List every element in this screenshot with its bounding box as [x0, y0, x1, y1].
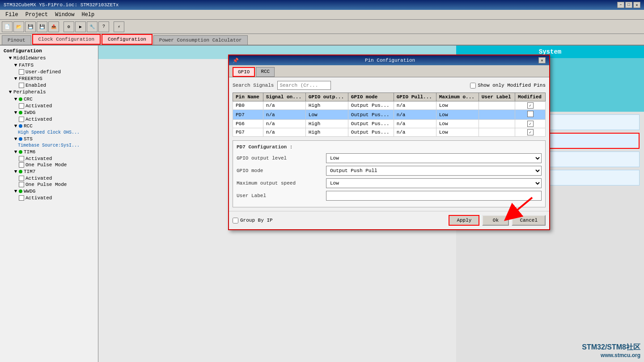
col-gpio-pull[interactable]: GPIO Pull... — [394, 93, 436, 101]
tim7-opm-check[interactable] — [19, 182, 24, 187]
expand-iwdg-icon[interactable]: ▼ — [13, 109, 19, 116]
expand-wwdg-icon[interactable]: ▼ — [13, 188, 19, 194]
sidebar-peripherals[interactable]: ▼ Peripherals — [0, 88, 98, 96]
tool-save[interactable]: 💾 — [25, 21, 36, 32]
iwdg-activated-check[interactable] — [19, 117, 24, 122]
col-user-label[interactable]: User Label — [479, 93, 515, 101]
sidebar-iwdg[interactable]: ▼ IWDG — [0, 109, 98, 116]
max-speed-select[interactable]: Low Medium High — [326, 178, 542, 188]
expand-rcc-icon[interactable]: ▼ — [13, 123, 19, 129]
expand-sts-icon[interactable]: ▼ — [13, 136, 19, 142]
sidebar-freertos[interactable]: ▼ FREERTOS — [0, 75, 98, 82]
sidebar-middlewares[interactable]: ▼ MiddleWares — [0, 55, 98, 62]
sidebar-tim7-activated[interactable]: Activated — [0, 175, 98, 181]
dialog-close-button[interactable]: ✕ — [538, 57, 546, 63]
col-signal[interactable]: Signal on... — [263, 93, 305, 101]
expand-icon[interactable]: ▼ — [7, 55, 13, 61]
maximize-button[interactable]: □ — [625, 2, 632, 8]
iwdg-label: IWDG — [24, 110, 35, 115]
tim7-activated-check[interactable] — [19, 176, 24, 181]
sidebar-crc[interactable]: ▼ CRC — [0, 96, 98, 103]
sidebar-sts-timebase[interactable]: Timebase Source:SysI... — [0, 143, 98, 148]
dialog-title-bar[interactable]: 📌 Pin Configuration ✕ — [229, 55, 549, 65]
menu-project[interactable]: Project — [22, 11, 51, 19]
search-input[interactable] — [277, 81, 331, 90]
dialog-tab-gpio[interactable]: GPIO — [233, 67, 255, 77]
gpio-mode-select[interactable]: Output Push Pull Output Open Drain — [326, 166, 542, 176]
cell-pin-name: PB0 — [233, 101, 263, 110]
sidebar-sts[interactable]: ▼ STS — [0, 135, 98, 143]
tool-extra[interactable]: ⚡ — [114, 21, 124, 32]
modified-check[interactable] — [527, 121, 534, 127]
expand-tim6-icon[interactable]: ▼ — [13, 149, 19, 155]
sidebar-iwdg-activated[interactable]: Activated — [0, 116, 98, 122]
tool-export[interactable]: 📤 — [48, 21, 59, 32]
sidebar-rcc-hsc[interactable]: High Speed Clock OHS... — [0, 130, 98, 135]
sidebar-wwdg-activated[interactable]: Activated — [0, 195, 98, 201]
modified-check[interactable] — [527, 102, 534, 109]
col-gpio-output[interactable]: GPIO outp... — [305, 93, 348, 101]
sidebar-tim6-opm[interactable]: One Pulse Mode — [0, 162, 98, 168]
cell-modified[interactable] — [515, 101, 546, 110]
table-row[interactable]: PD7 n/a Low Output Pus... n/a Low — [233, 110, 546, 120]
cell-modified[interactable] — [515, 128, 546, 137]
tab-pinout[interactable]: Pinout — [2, 35, 31, 45]
table-row[interactable]: PG7 n/a High Output Pus... n/a Low — [233, 128, 546, 137]
expand-tim7-icon[interactable]: ▼ — [13, 168, 19, 175]
tool-debug[interactable]: 🔧 — [87, 21, 97, 32]
sidebar-tim7[interactable]: ▼ TIM7 — [0, 168, 98, 175]
user-label-input[interactable] — [326, 191, 542, 201]
output-level-select[interactable]: Low High — [326, 153, 542, 163]
tool-open[interactable]: 📂 — [13, 21, 24, 32]
user-defined-check[interactable] — [19, 69, 24, 75]
close-button[interactable]: ✕ — [633, 2, 640, 8]
tool-build[interactable]: ⚙ — [64, 21, 74, 32]
menu-help[interactable]: Help — [78, 11, 98, 19]
table-row[interactable]: PG6 n/a High Output Pus... n/a Low — [233, 120, 546, 128]
col-pin-name[interactable]: Pin Name — [233, 93, 263, 101]
group-by-ip-check[interactable] — [233, 218, 238, 223]
sidebar-user-defined[interactable]: User-defined — [0, 69, 98, 75]
col-gpio-mode[interactable]: GPIO mode — [348, 93, 394, 101]
sidebar-tim6[interactable]: ▼ TIM6 — [0, 148, 98, 156]
modified-check[interactable] — [527, 129, 534, 135]
expand-peripherals-icon[interactable]: ▼ — [7, 89, 13, 95]
tim6-activated-check[interactable] — [19, 156, 24, 161]
tab-clock-config[interactable]: Clock Configuration — [32, 34, 101, 45]
show-modified-check[interactable] — [470, 83, 476, 88]
sidebar-freertos-enabled[interactable]: Enabled — [0, 82, 98, 88]
ok-button[interactable]: Ok — [482, 215, 509, 226]
modified-check[interactable] — [527, 111, 534, 117]
tim6-opm-check[interactable] — [19, 162, 24, 168]
dialog-tab-rcc[interactable]: RCC — [256, 67, 275, 77]
tim7-activated-label: Activated — [25, 176, 52, 181]
tool-save2[interactable]: 💾 — [37, 21, 47, 32]
tool-new[interactable]: 📄 — [2, 21, 13, 32]
tool-help[interactable]: ? — [98, 21, 109, 32]
apply-button[interactable]: Apply — [449, 215, 479, 226]
sidebar-tim7-opm[interactable]: One Pulse Mode — [0, 181, 98, 188]
crc-activated-check[interactable] — [19, 103, 24, 109]
cell-modified[interactable] — [515, 120, 546, 128]
table-row[interactable]: PB0 n/a High Output Pus... n/a Low — [233, 101, 546, 110]
sidebar-wwdg[interactable]: ▼ WWDG — [0, 188, 98, 195]
sidebar-fatfs[interactable]: ▼ FATFS — [0, 62, 98, 69]
sidebar-crc-activated[interactable]: Activated — [0, 103, 98, 109]
expand-crc-icon[interactable]: ▼ — [13, 96, 19, 102]
tab-power-calc[interactable]: Power Consumption Calculator — [153, 35, 248, 45]
cell-modified[interactable] — [515, 110, 546, 120]
menu-file[interactable]: File — [2, 11, 22, 19]
freertos-enabled-check[interactable] — [19, 83, 24, 88]
cancel-button[interactable]: Cancel — [512, 215, 546, 226]
tab-configuration[interactable]: Configuration — [102, 34, 153, 45]
expand-fatfs-icon[interactable]: ▼ — [13, 62, 19, 68]
col-modified[interactable]: Modified — [515, 93, 546, 101]
sidebar-tim6-activated[interactable]: Activated — [0, 156, 98, 162]
minimize-button[interactable]: – — [617, 2, 624, 8]
expand-freertos-icon[interactable]: ▼ — [13, 76, 19, 82]
menu-window[interactable]: Window — [51, 11, 78, 19]
sidebar-rcc[interactable]: ▼ RCC — [0, 122, 98, 130]
wwdg-activated-check[interactable] — [19, 195, 24, 201]
col-max-output[interactable]: Maximum o... — [436, 93, 479, 101]
tool-run[interactable]: ▶ — [75, 21, 86, 32]
